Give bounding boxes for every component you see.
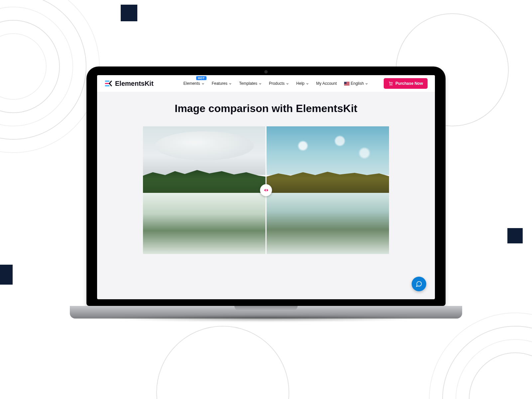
laptop-mockup: ElementsKit HOT Elements Features Templa… — [86, 66, 446, 319]
laptop-base — [70, 306, 462, 319]
nav-products[interactable]: Products — [269, 81, 289, 86]
page-title: Image comparison with ElementsKit — [104, 102, 428, 115]
nav-templates[interactable]: Templates — [239, 81, 262, 86]
logo-mark-icon — [104, 79, 112, 87]
nav-my-account[interactable]: My Account — [316, 81, 337, 86]
comparison-slider-handle[interactable] — [260, 184, 272, 196]
chevron-down-icon — [259, 82, 262, 85]
nav-language[interactable]: English — [344, 81, 368, 86]
webcam-icon — [264, 70, 268, 73]
svg-point-0 — [390, 85, 391, 85]
chevron-down-icon — [365, 82, 368, 85]
arrow-right-icon — [267, 189, 268, 192]
arrow-left-icon — [264, 189, 266, 192]
site-header: ElementsKit HOT Elements Features Templa… — [97, 75, 435, 92]
us-flag-icon — [344, 82, 349, 85]
image-comparison-widget[interactable] — [143, 126, 389, 254]
page-content: Image comparison with ElementsKit — [97, 92, 435, 254]
hot-badge: HOT — [196, 76, 206, 80]
svg-point-1 — [392, 85, 392, 85]
nav-help[interactable]: Help — [296, 81, 309, 86]
brand-logo[interactable]: ElementsKit — [104, 79, 154, 87]
nav-elements[interactable]: HOT Elements — [184, 81, 204, 86]
comparison-image-before — [143, 126, 266, 254]
comparison-image-after — [266, 126, 389, 254]
decorative-rings-bottom-right — [429, 313, 532, 399]
laptop-screen: ElementsKit HOT Elements Features Templa… — [97, 75, 435, 299]
chat-support-button[interactable] — [412, 277, 426, 291]
cart-icon — [388, 81, 393, 86]
brand-name: ElementsKit — [115, 80, 154, 87]
laptop-notch — [234, 306, 298, 311]
nav-features[interactable]: Features — [212, 81, 232, 86]
chevron-down-icon — [286, 82, 289, 85]
chevron-down-icon — [229, 82, 232, 85]
chat-icon — [416, 281, 422, 287]
chevron-down-icon — [306, 82, 309, 85]
decorative-square — [0, 265, 13, 285]
decorative-rings-top-left — [0, 0, 100, 153]
purchase-now-button[interactable]: Purchase Now — [384, 78, 428, 89]
main-nav: HOT Elements Features Templates Products — [184, 81, 368, 86]
decorative-square — [507, 228, 523, 243]
chevron-down-icon — [201, 82, 204, 85]
decorative-square — [121, 5, 137, 21]
decorative-ring-bottom-center — [156, 326, 289, 399]
